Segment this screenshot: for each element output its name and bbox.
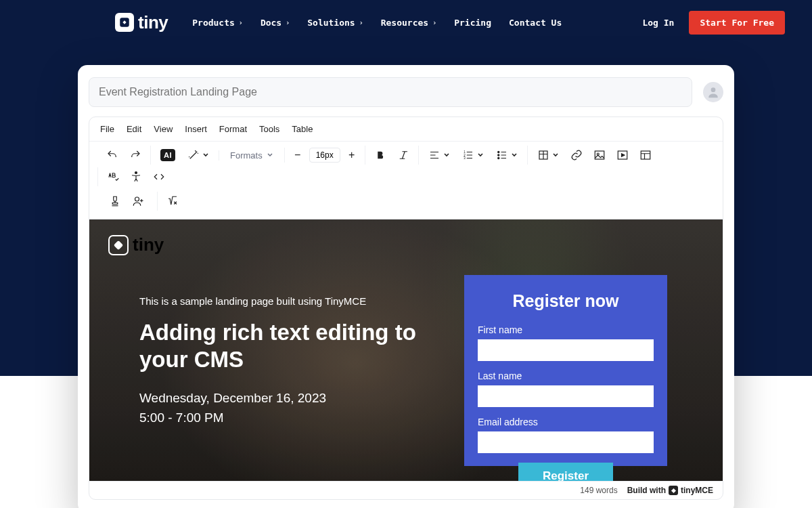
- powered-by[interactable]: Build with tinyMCE: [627, 486, 713, 495]
- svg-rect-24: [595, 151, 604, 159]
- time-text: 5:00 - 7:00 PM: [139, 408, 437, 428]
- svg-point-30: [135, 172, 137, 174]
- menu-tools[interactable]: Tools: [259, 124, 279, 134]
- svg-point-32: [135, 197, 139, 201]
- status-bar: 149 words Build with tinyMCE: [89, 481, 723, 499]
- site-header: tiny Products› Docs› Solutions› Resource…: [0, 0, 812, 45]
- menu-table[interactable]: Table: [292, 124, 313, 134]
- tagline-text: This is a sample landing page built usin…: [139, 295, 437, 307]
- main-nav: Products› Docs› Solutions› Resources› Pr…: [192, 18, 562, 28]
- editor-card: File Edit View Insert Format Tools Table…: [78, 65, 734, 508]
- editor-frame: File Edit View Insert Format Tools Table…: [89, 117, 723, 500]
- document-title-input[interactable]: [89, 77, 692, 107]
- formats-dropdown[interactable]: Formats: [225, 150, 279, 161]
- equation-button[interactable]: [163, 192, 182, 211]
- editor-content[interactable]: tiny This is a sample landing page built…: [89, 219, 723, 481]
- svg-text:3: 3: [464, 156, 466, 160]
- svg-point-15: [497, 151, 499, 152]
- menu-view[interactable]: View: [154, 124, 173, 134]
- italic-button[interactable]: [394, 146, 413, 165]
- start-free-button[interactable]: Start For Free: [689, 11, 785, 35]
- menu-insert[interactable]: Insert: [185, 124, 207, 134]
- email-label: Email address: [478, 417, 654, 427]
- bold-button[interactable]: [371, 146, 390, 165]
- logo[interactable]: tiny: [115, 12, 168, 33]
- menu-edit[interactable]: Edit: [127, 124, 141, 134]
- fontsize-input[interactable]: 16px: [309, 148, 340, 163]
- login-link[interactable]: Log In: [642, 18, 674, 28]
- chevron-right-icon: ›: [239, 19, 243, 26]
- nav-contact[interactable]: Contact Us: [509, 18, 562, 28]
- svg-rect-27: [641, 151, 650, 159]
- logo-icon: [115, 13, 134, 32]
- menubar: File Edit View Insert Format Tools Table: [89, 117, 723, 142]
- register-button[interactable]: Register: [518, 463, 613, 481]
- tiny-logo-icon: [669, 486, 678, 495]
- numbered-list-button[interactable]: 123: [458, 146, 488, 165]
- redo-button[interactable]: [126, 146, 145, 165]
- last-name-input[interactable]: [478, 385, 654, 407]
- register-title: Register now: [478, 291, 654, 311]
- word-count[interactable]: 149 words: [580, 486, 617, 495]
- code-button[interactable]: [150, 167, 168, 186]
- nav-pricing[interactable]: Pricing: [454, 18, 491, 28]
- first-name-input[interactable]: [478, 339, 654, 361]
- svg-point-17: [497, 157, 499, 158]
- align-button[interactable]: [424, 146, 454, 165]
- nav-resources[interactable]: Resources›: [381, 18, 436, 28]
- email-input[interactable]: [478, 431, 654, 453]
- last-name-label: Last name: [478, 371, 654, 381]
- menu-file[interactable]: File: [100, 124, 114, 134]
- ai-button[interactable]: AI: [156, 146, 179, 165]
- logo-text: tiny: [138, 12, 168, 33]
- accessibility-button[interactable]: [127, 167, 145, 186]
- date-text: Wednesday, December 16, 2023: [139, 389, 437, 408]
- undo-button[interactable]: [103, 146, 122, 165]
- headline-text: Adding rich text editing to your CMS: [139, 319, 437, 373]
- menu-format[interactable]: Format: [219, 124, 247, 134]
- user-avatar[interactable]: [703, 82, 723, 102]
- image-button[interactable]: [590, 146, 609, 165]
- nav-solutions[interactable]: Solutions›: [307, 18, 363, 28]
- nav-docs[interactable]: Docs›: [261, 18, 290, 28]
- svg-point-16: [497, 154, 499, 156]
- link-button[interactable]: [567, 146, 586, 165]
- stamp-button[interactable]: [106, 192, 125, 211]
- chevron-right-icon: ›: [432, 19, 436, 26]
- chevron-right-icon: ›: [286, 19, 290, 26]
- media-button[interactable]: [613, 146, 632, 165]
- magic-button[interactable]: [183, 146, 213, 165]
- table-button[interactable]: [533, 146, 563, 165]
- svg-line-5: [402, 152, 405, 159]
- register-card: Register now First name Last name Email …: [464, 275, 667, 466]
- toolbar: AI Formats − 16px + 123: [89, 142, 723, 219]
- fontsize-decrease[interactable]: −: [290, 149, 305, 161]
- add-user-button[interactable]: [129, 192, 148, 211]
- first-name-label: First name: [478, 324, 654, 335]
- svg-point-2: [711, 87, 716, 92]
- spellcheck-button[interactable]: [104, 167, 122, 186]
- template-button[interactable]: [636, 146, 655, 165]
- chevron-right-icon: ›: [359, 19, 363, 26]
- fontsize-increase[interactable]: +: [344, 149, 359, 161]
- nav-products[interactable]: Products›: [192, 18, 243, 28]
- bullet-list-button[interactable]: [492, 146, 522, 165]
